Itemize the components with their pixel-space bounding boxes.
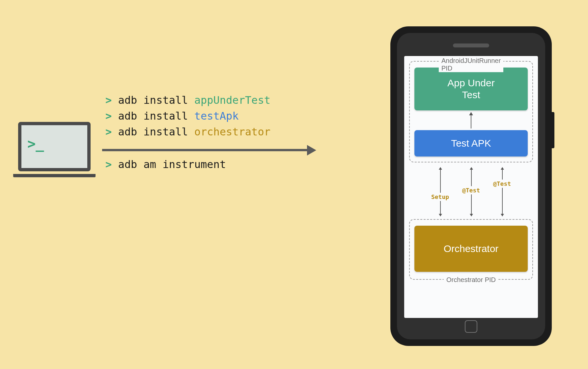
- junit-runner-pid-label: AndroidJUnitRunner PID: [439, 57, 503, 72]
- command-arg-app: appUnderTest: [194, 94, 270, 106]
- orchestrator-block: Orchestrator: [414, 226, 528, 272]
- phone-home-button-icon: [465, 320, 477, 333]
- command-base: adb install: [118, 94, 194, 106]
- test-apk-block: Test APK: [414, 130, 528, 156]
- command-line-3: > adb install orchestrator: [105, 124, 270, 140]
- laptop-base: [13, 174, 96, 177]
- orchestrator-pid-group: Orchestrator Orchestrator PID: [409, 219, 533, 280]
- connector-label-setup: Setup: [431, 193, 450, 201]
- phone-screen: AndroidJUnitRunner PID App Under Test Te…: [404, 56, 538, 318]
- command-arg-orchestrator: orchestrator: [194, 126, 270, 138]
- test-apk-label: Test APK: [451, 138, 491, 149]
- command-base: adb am instrument: [118, 158, 226, 171]
- up-arrow-icon: [414, 110, 528, 130]
- prompt-symbol: >: [105, 110, 112, 122]
- laptop-icon: >_: [13, 122, 96, 188]
- laptop-prompt-glyph: >_: [27, 136, 44, 152]
- phone-side-button-icon: [552, 112, 554, 148]
- command-base: adb install: [118, 110, 194, 122]
- prompt-symbol: >: [105, 158, 112, 171]
- svg-marker-1: [469, 112, 473, 115]
- laptop-screen: >_: [18, 122, 91, 171]
- flow-arrow: [102, 145, 316, 155]
- prompt-symbol: >: [105, 94, 112, 106]
- command-base: adb install: [118, 126, 194, 138]
- prompt-symbol: >: [105, 126, 112, 138]
- junit-runner-pid-group: AndroidJUnitRunner PID App Under Test Te…: [409, 61, 533, 162]
- phone-device: AndroidJUnitRunner PID App Under Test Te…: [390, 26, 552, 346]
- app-under-test-label: App Under Test: [447, 77, 494, 101]
- command-line-2: > adb install testApk: [105, 108, 270, 124]
- orchestrator-label: Orchestrator: [444, 243, 499, 254]
- orchestrator-pid-label: Orchestrator PID: [444, 276, 498, 284]
- command-line-instrument: > adb am instrument: [105, 158, 226, 171]
- app-under-test-block: App Under Test: [414, 68, 528, 110]
- command-line-1: > adb install appUnderTest: [105, 92, 270, 108]
- connector-label-test2: @Test: [492, 180, 512, 188]
- connector-label-test1: @Test: [462, 186, 481, 194]
- command-block: > adb install appUnderTest > adb install…: [105, 92, 270, 140]
- orchestrator-connectors: Setup @Test @Test: [409, 166, 533, 217]
- phone-speaker-icon: [453, 43, 489, 47]
- command-arg-testapk: testApk: [194, 110, 239, 122]
